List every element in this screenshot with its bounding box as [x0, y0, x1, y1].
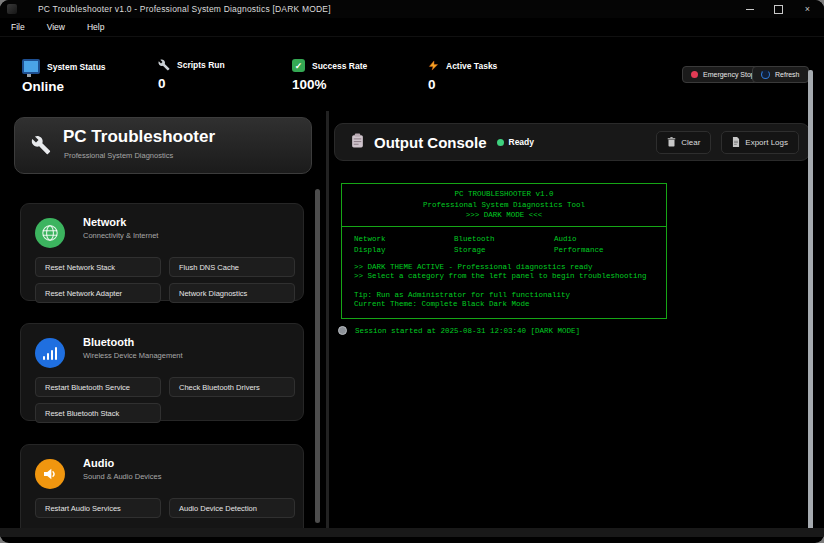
category-card-audio: Audio Sound & Audio Devices Restart Audi… — [20, 444, 304, 528]
stats-bar: System Status Online Scripts Run 0 ✓ Suc… — [0, 37, 824, 109]
wrench-icon — [158, 59, 170, 71]
category-title: Bluetooth — [83, 336, 134, 348]
refresh-label: Refresh — [775, 71, 800, 78]
minimize-button[interactable] — [735, 0, 764, 18]
category-card-bluetooth: Bluetooth Wireless Device Management Res… — [20, 323, 304, 421]
console-header: Output Console Ready Clear — [334, 123, 810, 161]
main-content: PC Troubleshooter Professional System Di… — [0, 109, 824, 528]
stat-label: System Status — [47, 62, 106, 72]
menu-view[interactable]: View — [36, 22, 76, 32]
banner-category: Storage — [454, 245, 554, 256]
globe-icon — [35, 218, 65, 248]
console-tip: Current Theme: Complete Black Dark Mode — [354, 300, 654, 310]
speaker-icon — [35, 459, 65, 489]
clock-icon — [338, 326, 347, 335]
console-scrollbar[interactable] — [808, 70, 813, 532]
banner-category: Bluetooth — [454, 234, 554, 245]
document-icon — [732, 137, 740, 147]
app-icon — [7, 4, 17, 14]
console-output: PC TROUBLESHOOTER v1.0 Professional Syst… — [334, 166, 804, 528]
wrench-icon — [31, 135, 51, 159]
close-icon: × — [805, 4, 810, 14]
category-title: Audio — [83, 457, 114, 469]
category-description: Sound & Audio Devices — [83, 472, 183, 482]
sidebar-scrollbar[interactable] — [315, 189, 320, 523]
app-subtitle: Professional System Diagnostics — [64, 151, 173, 160]
status-badge: Ready — [509, 137, 535, 147]
app-window: PC Troubleshooter v1.0 - Professional Sy… — [0, 0, 824, 543]
stat-scripts-run: Scripts Run 0 — [158, 59, 225, 91]
console-tip: Tip: Run as Administrator for full funct… — [354, 291, 654, 301]
restart-bluetooth-service-button[interactable]: Restart Bluetooth Service — [35, 377, 161, 397]
console-panel: Output Console Ready Clear — [334, 109, 812, 528]
audio-device-detection-button[interactable]: Audio Device Detection — [169, 498, 295, 518]
network-diagnostics-button[interactable]: Network Diagnostics — [169, 283, 295, 303]
menu-bar: File View Help — [0, 18, 824, 37]
banner-line: PC TROUBLESHOOTER v1.0 — [342, 189, 666, 200]
menu-file[interactable]: File — [0, 22, 36, 32]
banner-category: Display — [354, 245, 454, 256]
trash-icon — [667, 137, 676, 147]
stat-value: 0 — [428, 77, 497, 92]
window-title: PC Troubleshooter v1.0 - Professional Sy… — [38, 4, 331, 14]
bolt-icon — [428, 59, 439, 72]
category-description: Wireless Device Management — [83, 351, 183, 361]
banner-category: Performance — [554, 245, 654, 256]
check-bluetooth-drivers-button[interactable]: Check Bluetooth Drivers — [169, 377, 295, 397]
window-bottom-strip — [0, 528, 824, 537]
clipboard-icon — [351, 133, 364, 152]
refresh-button[interactable]: Refresh — [752, 66, 809, 83]
restart-audio-services-button[interactable]: Restart Audio Services — [35, 498, 161, 518]
minimize-icon — [746, 9, 754, 10]
refresh-icon — [761, 70, 770, 79]
panel-splitter[interactable] — [326, 111, 329, 528]
session-text: Session started at 2025-08-31 12:03:40 [… — [355, 327, 580, 335]
reset-network-adapter-button[interactable]: Reset Network Adapter — [35, 283, 161, 303]
category-description: Connectivity & Internet — [83, 231, 183, 241]
stat-success-rate: ✓ Success Rate 100% — [292, 59, 367, 92]
close-button[interactable]: × — [793, 0, 822, 18]
stat-value: Online — [22, 79, 106, 94]
stat-value: 0 — [158, 76, 225, 91]
maximize-button[interactable] — [764, 0, 793, 18]
stat-value: 100% — [292, 77, 367, 92]
screen: PC Troubleshooter v1.0 - Professional Sy… — [0, 0, 824, 543]
monitor-icon — [22, 59, 40, 74]
clear-label: Clear — [681, 138, 700, 147]
banner-line: >>> DARK MODE <<< — [342, 210, 666, 221]
banner-category: Network — [354, 234, 454, 245]
banner-category: Audio — [554, 234, 654, 245]
status-dot — [497, 139, 504, 146]
stop-icon — [691, 71, 698, 78]
sidebar: PC Troubleshooter Professional System Di… — [8, 109, 322, 528]
stat-active-tasks: Active Tasks 0 — [428, 59, 497, 92]
menu-help[interactable]: Help — [76, 22, 115, 32]
reset-bluetooth-stack-button[interactable]: Reset Bluetooth Stack — [35, 403, 161, 423]
emergency-stop-label: Emergency Stop — [703, 71, 755, 78]
stat-label: Scripts Run — [177, 60, 225, 70]
console-message: >> Select a category from the left panel… — [354, 272, 654, 282]
sidebar-header-card: PC Troubleshooter Professional System Di… — [14, 117, 312, 174]
category-card-network: Network Connectivity & Internet Reset Ne… — [20, 203, 304, 301]
export-logs-button[interactable]: Export Logs — [721, 131, 799, 154]
stat-label: Success Rate — [312, 61, 367, 71]
category-title: Network — [83, 216, 126, 228]
console-message: >> DARK THEME ACTIVE - Professional diag… — [354, 263, 654, 273]
banner-line: Professional System Diagnostics Tool — [342, 200, 666, 211]
app-title: PC Troubleshooter — [63, 127, 215, 147]
console-banner: PC TROUBLESHOOTER v1.0 Professional Syst… — [341, 183, 667, 319]
maximize-icon — [774, 5, 783, 14]
clear-button[interactable]: Clear — [656, 131, 711, 154]
window-controls: × — [735, 0, 822, 18]
stat-system-status: System Status Online — [22, 59, 106, 94]
check-icon: ✓ — [292, 59, 305, 72]
title-bar[interactable]: PC Troubleshooter v1.0 - Professional Sy… — [0, 0, 824, 18]
console-title: Output Console — [374, 134, 487, 151]
session-log-entry: Session started at 2025-08-31 12:03:40 [… — [338, 326, 580, 335]
flush-dns-cache-button[interactable]: Flush DNS Cache — [169, 257, 295, 277]
export-logs-label: Export Logs — [745, 138, 788, 147]
reset-network-stack-button[interactable]: Reset Network Stack — [35, 257, 161, 277]
signal-bars-icon — [35, 338, 65, 368]
stat-label: Active Tasks — [446, 61, 497, 71]
